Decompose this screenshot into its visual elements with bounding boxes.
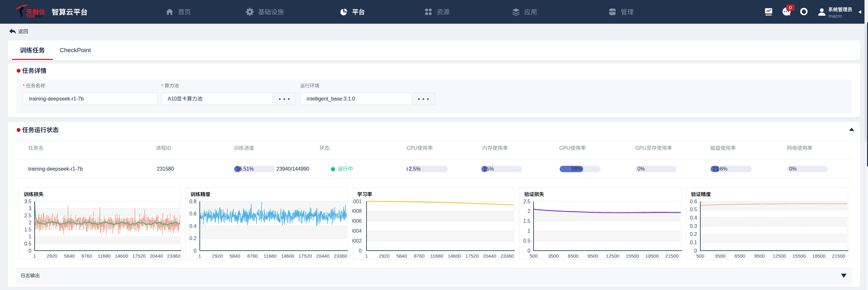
- svg-text:8760: 8760: [247, 253, 258, 259]
- svg-text:0: 0: [527, 248, 530, 254]
- svg-text:14600: 14600: [115, 253, 128, 259]
- svg-text:11680: 11680: [430, 253, 443, 259]
- svg-text:23360: 23360: [500, 253, 514, 259]
- svg-text:0: 0: [694, 248, 697, 254]
- svg-text:2920: 2920: [379, 253, 389, 259]
- svg-text:18500: 18500: [812, 253, 826, 259]
- svg-text:14600: 14600: [281, 253, 294, 259]
- svg-text:0.0002: 0.0002: [352, 238, 362, 244]
- svg-text:0.3: 0.3: [690, 223, 697, 229]
- svg-text:12500: 12500: [773, 253, 786, 259]
- svg-text:0: 0: [194, 248, 196, 254]
- svg-text:17520: 17520: [299, 253, 312, 259]
- svg-text:0.0004: 0.0004: [352, 228, 362, 234]
- svg-text:2: 2: [527, 208, 530, 214]
- svg-text:6500: 6500: [735, 253, 745, 259]
- svg-text:0.6: 0.6: [690, 199, 697, 204]
- svg-text:23360: 23360: [167, 253, 181, 259]
- svg-text:2.5: 2.5: [523, 199, 530, 204]
- svg-text:0.0006: 0.0006: [352, 218, 362, 224]
- svg-text:15500: 15500: [626, 253, 639, 259]
- svg-text:0.6: 0.6: [189, 211, 196, 216]
- svg-text:0: 0: [29, 248, 31, 254]
- svg-text:5840: 5840: [64, 253, 75, 259]
- svg-text:17520: 17520: [465, 253, 479, 259]
- svg-text:0.5: 0.5: [690, 207, 697, 212]
- svg-text:2920: 2920: [212, 253, 222, 259]
- svg-text:21500: 21500: [665, 253, 679, 259]
- svg-text:0.4: 0.4: [189, 223, 196, 229]
- svg-text:8760: 8760: [82, 253, 92, 259]
- svg-text:500: 500: [696, 253, 704, 259]
- svg-text:3: 3: [29, 206, 31, 211]
- svg-text:8760: 8760: [414, 253, 425, 259]
- svg-text:1: 1: [365, 253, 368, 259]
- svg-text:15500: 15500: [792, 253, 806, 259]
- svg-text:0.8: 0.8: [189, 199, 196, 204]
- svg-text:5840: 5840: [396, 253, 407, 259]
- svg-text:20440: 20440: [150, 253, 163, 259]
- svg-text:2.5: 2.5: [24, 213, 31, 218]
- svg-text:1: 1: [33, 253, 36, 259]
- svg-text:2: 2: [29, 220, 31, 225]
- svg-text:0.2: 0.2: [189, 235, 196, 241]
- svg-text:12500: 12500: [606, 253, 620, 259]
- svg-text:2920: 2920: [47, 253, 57, 259]
- svg-text:11680: 11680: [97, 253, 111, 259]
- svg-text:1: 1: [527, 228, 530, 234]
- svg-text:0: 0: [359, 248, 362, 254]
- svg-text:3.5: 3.5: [24, 199, 31, 204]
- svg-text:18500: 18500: [646, 253, 659, 259]
- svg-text:5840: 5840: [229, 253, 240, 259]
- svg-text:0.1: 0.1: [690, 240, 697, 245]
- svg-text:1.5: 1.5: [523, 218, 530, 224]
- svg-text:500: 500: [529, 253, 537, 259]
- svg-text:1: 1: [29, 234, 31, 240]
- svg-text:6500: 6500: [568, 253, 579, 259]
- svg-text:17520: 17520: [132, 253, 146, 259]
- svg-text:0.4: 0.4: [690, 215, 697, 221]
- svg-text:0.5: 0.5: [24, 241, 31, 247]
- svg-text:14600: 14600: [447, 253, 461, 259]
- svg-text:3500: 3500: [548, 253, 559, 259]
- svg-text:3500: 3500: [715, 253, 725, 259]
- svg-text:0.5: 0.5: [523, 238, 530, 244]
- svg-text:20440: 20440: [316, 253, 330, 259]
- svg-text:0.0008: 0.0008: [352, 208, 362, 214]
- svg-text:11680: 11680: [264, 253, 277, 259]
- svg-text:20440: 20440: [483, 253, 496, 259]
- svg-text:1.5: 1.5: [24, 227, 31, 232]
- svg-text:23360: 23360: [334, 253, 347, 259]
- svg-text:21500: 21500: [832, 253, 845, 259]
- svg-text:9500: 9500: [587, 253, 598, 259]
- svg-text:0.2: 0.2: [690, 231, 697, 237]
- svg-text:1: 1: [198, 253, 201, 259]
- svg-text:9500: 9500: [754, 253, 765, 259]
- svg-text:0.001: 0.001: [352, 199, 362, 204]
